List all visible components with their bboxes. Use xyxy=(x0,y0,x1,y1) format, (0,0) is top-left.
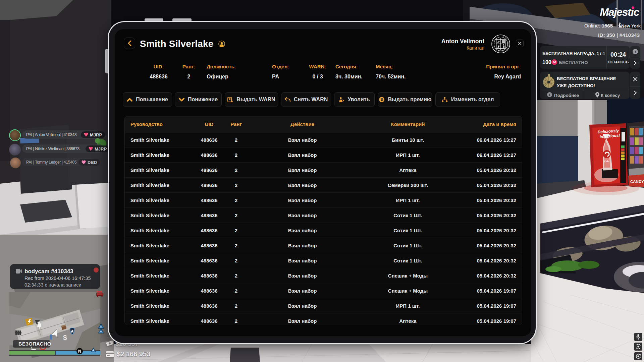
svg-text:$: $ xyxy=(380,97,383,102)
svg-text:CANDY: CANDY xyxy=(630,179,644,184)
svg-text:Infectious!: Infectious! xyxy=(599,133,620,139)
svg-text:$: $ xyxy=(63,334,67,341)
svg-text:Cola: Cola xyxy=(604,160,609,163)
